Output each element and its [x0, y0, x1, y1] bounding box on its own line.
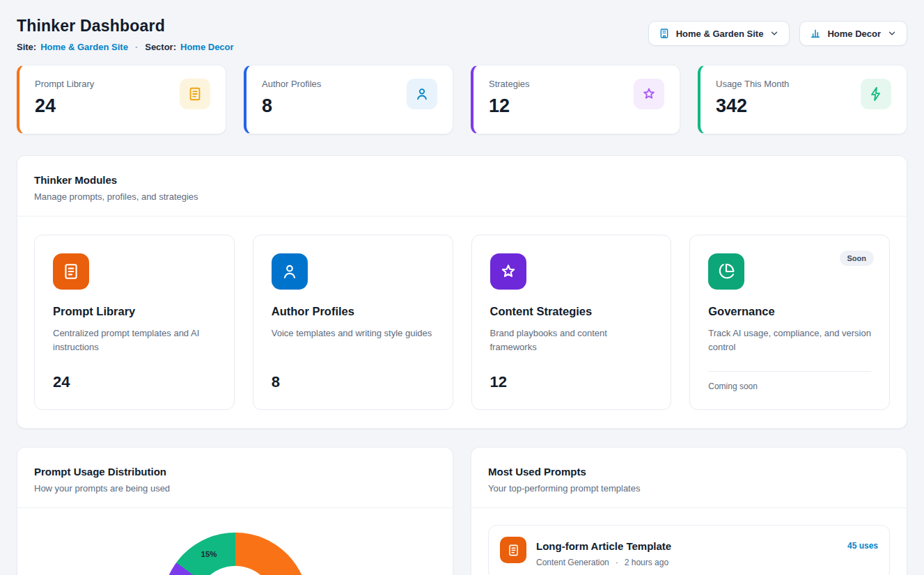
stat-card-author-profiles: Author Profiles 8 — [244, 65, 453, 134]
prompt-item-title: Long-form Article Template — [536, 540, 838, 552]
module-count: 8 — [272, 373, 434, 391]
chevron-down-icon — [769, 29, 779, 38]
stats-row: Prompt Library 24 Author Profiles 8 Stra… — [17, 65, 907, 134]
document-icon — [500, 537, 526, 563]
module-card-content-strategies[interactable]: Content Strategies Brand playbooks and c… — [471, 235, 672, 410]
most-used-subtitle: Your top-performing prompt templates — [488, 483, 890, 494]
user-icon — [272, 253, 308, 290]
most-used-title: Most Used Prompts — [488, 466, 890, 478]
modules-header: Thinker Modules Manage prompts, profiles… — [17, 156, 907, 216]
thinker-modules-panel: Thinker Modules Manage prompts, profiles… — [17, 155, 907, 429]
usage-header: Prompt Usage Distribution How your promp… — [17, 448, 453, 508]
prompt-item-body: Long-form Article Template Content Gener… — [536, 537, 838, 567]
building-icon — [659, 28, 670, 39]
separator-dot: · — [616, 558, 618, 567]
stat-label: Strategies — [489, 79, 530, 89]
module-card-author-profiles[interactable]: Author Profiles Voice templates and writ… — [253, 235, 453, 410]
coming-soon-label: Coming soon — [708, 371, 871, 391]
sparkle-star-icon — [634, 79, 664, 109]
breadcrumb: Site: Home & Garden Site · Sector: Home … — [17, 42, 234, 52]
bar-chart-icon — [810, 28, 821, 39]
module-count: 24 — [53, 373, 216, 391]
stat-text: Strategies 12 — [489, 79, 530, 120]
donut-slice-label: 15% — [201, 550, 217, 558]
stat-text: Prompt Library 24 — [35, 79, 94, 120]
donut-chart-area: 15% — [17, 508, 453, 575]
modules-subtitle: Manage prompts, profiles, and strategies — [34, 191, 890, 202]
sparkle-star-icon — [490, 253, 526, 290]
prompt-category: Content Generation — [536, 558, 609, 567]
site-selector-label: Home & Garden Site — [676, 29, 764, 39]
page-title: Thinker Dashboard — [17, 17, 234, 36]
sector-selector-label: Home Decor — [827, 29, 881, 39]
stat-label: Prompt Library — [35, 79, 94, 89]
donut-hole — [196, 566, 275, 575]
prompt-usage-card: Prompt Usage Distribution How your promp… — [17, 447, 453, 575]
prompt-item-meta: Content Generation · 2 hours ago — [536, 558, 838, 567]
stat-value: 8 — [262, 95, 321, 117]
document-icon — [180, 79, 210, 109]
chevron-down-icon — [887, 29, 897, 38]
bottom-row: Prompt Usage Distribution How your promp… — [17, 447, 907, 575]
stat-value: 342 — [716, 95, 789, 117]
sector-selector-dropdown[interactable]: Home Decor — [799, 21, 907, 46]
lightning-icon — [861, 79, 891, 109]
modules-title: Thinker Modules — [34, 174, 890, 186]
module-count: 12 — [490, 373, 653, 391]
prompt-list-item[interactable]: Long-form Article Template Content Gener… — [488, 525, 890, 575]
module-card-prompt-library[interactable]: Prompt Library Centralized prompt templa… — [34, 235, 235, 410]
header-controls: Home & Garden Site Home Decor — [648, 17, 907, 46]
module-title: Content Strategies — [490, 305, 653, 318]
soon-badge: Soon — [840, 251, 875, 266]
site-link[interactable]: Home & Garden Site — [40, 42, 128, 52]
site-selector-dropdown[interactable]: Home & Garden Site — [648, 21, 790, 46]
stat-card-strategies: Strategies 12 — [471, 65, 680, 134]
usage-subtitle: How your prompts are being used — [34, 483, 436, 494]
usage-title: Prompt Usage Distribution — [34, 466, 436, 478]
modules-grid: Prompt Library Centralized prompt templa… — [17, 216, 907, 428]
stat-label: Usage This Month — [716, 79, 789, 89]
stat-value: 12 — [489, 95, 530, 117]
prompt-time: 2 hours ago — [625, 558, 668, 567]
dashboard-page: Thinker Dashboard Site: Home & Garden Si… — [0, 0, 924, 575]
pie-chart-icon — [708, 253, 744, 290]
donut-chart: 15% — [162, 533, 308, 575]
prompt-uses-badge: 45 uses — [847, 537, 878, 551]
module-description: Brand playbooks and content frameworks — [490, 326, 653, 354]
header-left: Thinker Dashboard Site: Home & Garden Si… — [17, 17, 234, 52]
module-description: Track AI usage, compliance, and version … — [708, 326, 871, 354]
module-title: Prompt Library — [53, 305, 216, 318]
module-description: Voice templates and writing style guides — [272, 326, 434, 340]
sector-link[interactable]: Home Decor — [180, 42, 234, 52]
stat-value: 24 — [35, 95, 94, 117]
most-used-header: Most Used Prompts Your top-performing pr… — [471, 448, 907, 508]
module-card-governance[interactable]: Soon Governance Track AI usage, complian… — [689, 235, 890, 410]
most-used-prompts-card: Most Used Prompts Your top-performing pr… — [471, 447, 907, 575]
stat-card-prompt-library: Prompt Library 24 — [17, 65, 226, 134]
module-title: Governance — [708, 305, 871, 318]
separator-dot: · — [135, 42, 138, 52]
page-header: Thinker Dashboard Site: Home & Garden Si… — [17, 17, 907, 52]
module-description: Centralized prompt templates and AI inst… — [53, 326, 216, 354]
stat-card-usage: Usage This Month 342 — [698, 65, 907, 134]
module-title: Author Profiles — [272, 305, 434, 318]
sector-label: Sector: — [145, 42, 176, 52]
document-icon — [53, 253, 89, 290]
user-icon — [407, 79, 437, 109]
stat-text: Usage This Month 342 — [716, 79, 789, 120]
stat-label: Author Profiles — [262, 79, 321, 89]
stat-text: Author Profiles 8 — [262, 79, 321, 120]
site-label: Site: — [17, 42, 36, 52]
